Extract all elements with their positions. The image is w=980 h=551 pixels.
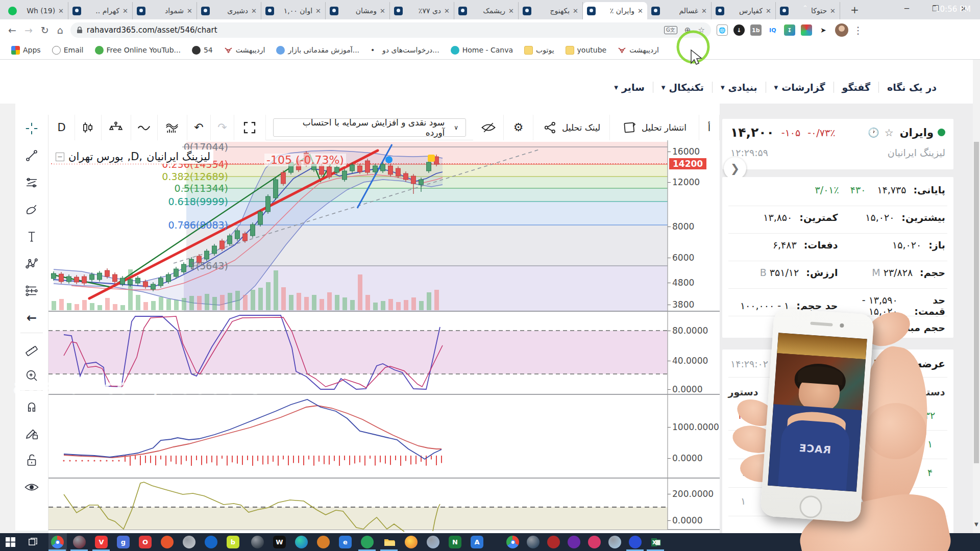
bookmark-item[interactable]: Home - Canva	[451, 46, 513, 55]
taskbar-icon-folder[interactable]	[383, 536, 396, 548]
taskbar-icon-A[interactable]: A	[471, 536, 483, 548]
reload-icon[interactable]: ↻	[41, 24, 49, 36]
nav-item[interactable]: تکنیکال▼	[653, 82, 712, 93]
edit-lock-tool[interactable]	[23, 424, 40, 441]
taskbar-tray-expand-icon[interactable]: ⌃	[802, 4, 808, 12]
taskbar-icon-task[interactable]	[27, 536, 39, 548]
remove-tools-icon[interactable]: ←	[23, 309, 40, 326]
bookmark-item[interactable]: youtube	[566, 46, 607, 55]
taskbar-icon-W[interactable]: W	[273, 536, 286, 548]
profile-avatar[interactable]	[835, 23, 848, 37]
undo-button[interactable]: ↶	[187, 115, 211, 140]
taskbar-icon-ff[interactable]	[405, 536, 418, 548]
pinwheel-extension-icon[interactable]	[801, 24, 812, 36]
tab-close-icon[interactable]: ✕	[187, 7, 192, 15]
taskbar-icon-orb[interactable]	[73, 536, 86, 548]
compare-button[interactable]	[102, 115, 131, 140]
indicators-button[interactable]	[158, 115, 187, 140]
redo-button[interactable]: ↷	[211, 115, 234, 140]
adjustment-dropdown[interactable]: ∨سود نقدی و افزایش سرمایه با احتساب آورد…	[273, 118, 466, 137]
taskbar-icon-ghost[interactable]	[568, 536, 580, 548]
tab-close-icon[interactable]: ✕	[122, 7, 128, 15]
cursor-extension-icon[interactable]: ➤	[818, 24, 829, 36]
nav-item[interactable]: گفتگو	[834, 82, 878, 93]
taskbar-icon-g[interactable]: g	[117, 536, 130, 548]
settings-button[interactable]: ⚙	[504, 115, 533, 140]
xabcd-pattern-tool[interactable]	[23, 255, 40, 272]
tab-close-icon[interactable]: ✕	[380, 7, 385, 15]
taskbar-icon-brave[interactable]	[161, 536, 174, 548]
taskbar-icon-orb2[interactable]	[251, 536, 264, 548]
taskbar-icon-idm[interactable]	[361, 536, 374, 548]
taskbar-icon-swirl2[interactable]	[588, 536, 601, 548]
fib-tool[interactable]	[23, 174, 40, 191]
nav-item[interactable]: گزارشات▼	[766, 82, 834, 93]
browser-tab[interactable]: ریشمک✕	[454, 2, 519, 19]
browser-tab[interactable]: دشیری✕	[197, 2, 261, 19]
taskbar-icon-sphere[interactable]	[183, 536, 195, 548]
browser-tab[interactable]: بکهنوج✕	[519, 2, 583, 19]
line-style-button[interactable]	[131, 115, 158, 140]
taskbar-icon-N[interactable]: N	[449, 536, 461, 548]
taskbar-icon-disc[interactable]	[608, 536, 621, 548]
text-tool[interactable]	[23, 228, 40, 245]
projection-tool[interactable]	[23, 282, 40, 299]
iq-extension-icon[interactable]: IQ	[767, 24, 778, 36]
publish-analysis-button[interactable]: انتشار تحلیل	[610, 115, 699, 140]
browser-tab[interactable]: کهرام ..✕	[68, 2, 133, 19]
analysis-link-button[interactable]: لینک تحلیل	[533, 115, 610, 140]
trendline-tool[interactable]	[23, 147, 40, 164]
taskbar-icon-b[interactable]: b	[227, 536, 239, 548]
candle-style-button[interactable]	[75, 115, 102, 140]
taskbar-icon-chrome2[interactable]	[506, 536, 519, 548]
font-button[interactable]: أ	[699, 115, 720, 140]
menu-dots-icon[interactable]: ⋮	[853, 24, 863, 36]
taskbar-icon-V[interactable]: V	[95, 536, 108, 548]
taskbar-icon-xls[interactable]: X	[649, 536, 662, 548]
address-bar[interactable]: rahavard365.com/asset/546/chart G文 ⊕ ☆	[70, 22, 711, 38]
hide-panel-button[interactable]	[473, 115, 504, 140]
chart-area[interactable]: 1600012000800060004800380080.000040.0000…	[48, 140, 720, 533]
crosshair-tool[interactable]	[23, 120, 40, 137]
nav-item[interactable]: در یک نگاه	[878, 82, 945, 93]
browser-tab[interactable]: دی ۷۷٪✕	[390, 2, 454, 19]
tab-close-icon[interactable]: ✕	[766, 7, 771, 15]
taskbar-icon-O[interactable]: O	[139, 536, 152, 548]
taskbar-icon-bshield[interactable]	[629, 536, 642, 548]
fullscreen-button[interactable]	[234, 115, 266, 140]
window-minimize-button[interactable]: ─	[904, 4, 909, 13]
browser-tab[interactable]: وایران ٪✕	[583, 2, 647, 19]
tab-close-icon[interactable]: ✕	[315, 7, 321, 15]
taskbar-icon-flake[interactable]	[427, 536, 439, 548]
lock-open-tool[interactable]	[23, 452, 40, 468]
bookmark-item[interactable]: 54	[192, 46, 213, 55]
taskbar-icon-shield[interactable]	[547, 536, 560, 548]
nav-item[interactable]: سایر▼	[606, 82, 652, 93]
taskbar-icon-hex[interactable]	[205, 536, 217, 548]
new-tab-button[interactable]: +	[850, 5, 859, 14]
home-icon[interactable]: ⌂	[57, 24, 63, 36]
bookmark-item[interactable]: اردیبهشت	[224, 46, 265, 55]
tab-close-icon[interactable]: ✕	[830, 7, 836, 15]
ruler-tool[interactable]	[23, 340, 40, 357]
forward-icon[interactable]: →	[24, 24, 33, 36]
globe-extension-icon[interactable]: 🌐	[717, 24, 728, 36]
bookmark-item[interactable]: Free Online YouTub...	[95, 46, 181, 55]
browser-tab[interactable]: ومشان✕	[326, 2, 390, 19]
taskbar-icon-edge[interactable]	[295, 536, 308, 548]
magnet-tool[interactable]	[23, 397, 40, 414]
interval-button[interactable]: D	[48, 115, 75, 140]
taskbar-icon-swirl[interactable]	[317, 536, 330, 548]
star-icon[interactable]: ☆	[885, 127, 894, 139]
tab-close-icon[interactable]: ✕	[444, 7, 450, 15]
browser-tab[interactable]: کفپارس✕	[712, 2, 776, 19]
tab-close-icon[interactable]: ✕	[573, 7, 578, 15]
tab-close-icon[interactable]: ✕	[701, 7, 707, 15]
taskbar-icon-e[interactable]: e	[339, 536, 352, 548]
idm-extension-icon[interactable]: ↧	[784, 24, 795, 36]
bookmark-item[interactable]: اردیبهشت	[618, 46, 659, 55]
bookmark-item[interactable]: یوتوب	[524, 46, 554, 55]
brush-tool[interactable]	[23, 201, 40, 218]
browser-tab[interactable]: حتوکا✕	[776, 2, 840, 19]
bookmark-item[interactable]: Apps	[11, 46, 41, 55]
